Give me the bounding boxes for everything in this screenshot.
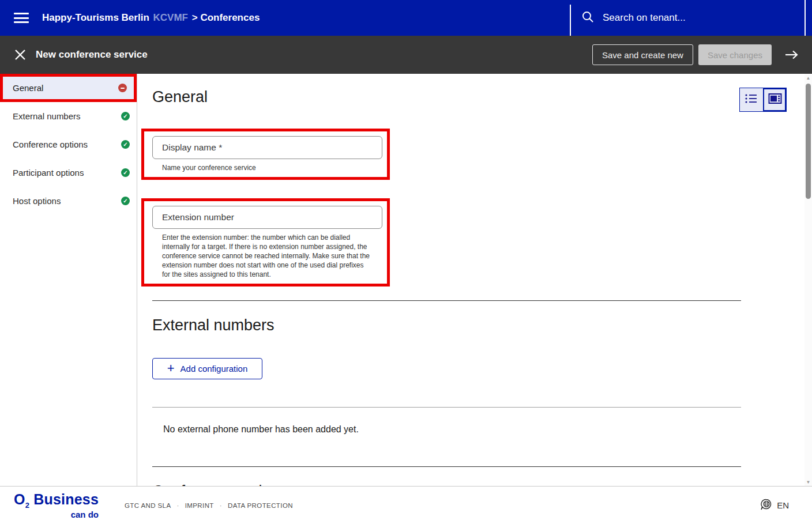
section-divider <box>152 300 741 301</box>
annotation-highlight-extension-number: Enter the extension number: the number w… <box>141 198 390 286</box>
error-status-icon <box>118 84 127 92</box>
plus-icon: + <box>167 362 175 375</box>
extension-number-helper-text: Enter the extension number: the number w… <box>162 233 371 279</box>
breadcrumb[interactable]: Happy-Tourisms Berlin KCVMF > Conference… <box>42 12 260 24</box>
footer: O2 Business can do GTC AND SLA · IMPRINT… <box>0 486 812 524</box>
o2-business-logo: O2 Business can do <box>14 492 99 519</box>
gtc-and-sla-link[interactable]: GTC AND SLA <box>125 502 171 509</box>
list-view-button[interactable] <box>740 88 763 111</box>
save-and-create-new-button[interactable]: Save and create new <box>592 44 693 65</box>
close-icon[interactable] <box>14 49 26 61</box>
view-toggle-group <box>739 88 787 112</box>
list-view-icon <box>745 93 758 107</box>
vertical-scrollbar[interactable]: ▲ ▼ <box>805 74 812 486</box>
scroll-down-arrow[interactable]: ▼ <box>805 480 812 485</box>
sidebar-item-external-numbers[interactable]: External numbers <box>0 102 137 130</box>
sidebar-item-host-options[interactable]: Host options <box>0 187 137 215</box>
sidebar-item-label: External numbers <box>13 111 81 121</box>
language-selector[interactable]: EN <box>760 499 789 512</box>
annotation-highlight-display-name: Name your conference service <box>141 129 390 180</box>
display-name-input[interactable] <box>152 136 382 159</box>
panel-view-icon <box>768 93 782 107</box>
form-content: General Name your conference service Ent… <box>138 74 805 486</box>
inner-divider <box>152 407 741 408</box>
footer-links: GTC AND SLA · IMPRINT · DATA PROTECTION <box>125 502 293 509</box>
sidebar-item-label: General <box>13 83 43 93</box>
section-nav-sidebar: General External numbers Conference opti… <box>0 74 137 486</box>
breadcrumb-tenant-code: KCVMF <box>153 12 188 23</box>
sidebar-item-general[interactable]: General <box>3 77 134 99</box>
panel-view-button[interactable] <box>763 88 786 111</box>
sidebar-item-label: Participant options <box>13 168 84 178</box>
check-status-icon <box>121 112 130 120</box>
language-globe-icon <box>760 499 772 512</box>
general-section-heading: General <box>152 88 805 106</box>
breadcrumb-separator: > <box>192 12 198 23</box>
editor-header: New conference service Save and create n… <box>0 36 812 74</box>
save-changes-button[interactable]: Save changes <box>698 44 772 65</box>
hamburger-menu-icon[interactable] <box>14 13 29 23</box>
search-icon <box>581 10 594 25</box>
display-name-helper-text: Name your conference service <box>162 163 371 172</box>
logo-tagline: can do <box>14 510 99 519</box>
breadcrumb-tenant[interactable]: Happy-Tourisms Berlin <box>42 12 149 23</box>
add-configuration-label: Add configuration <box>181 364 248 374</box>
scrollbar-thumb[interactable] <box>806 84 811 199</box>
check-status-icon <box>121 197 130 205</box>
sidebar-item-participant-options[interactable]: Participant options <box>0 159 137 187</box>
sidebar-item-conference-options[interactable]: Conference options <box>0 130 137 159</box>
data-protection-link[interactable]: DATA PROTECTION <box>228 502 293 509</box>
sidebar-item-label: Host options <box>13 196 61 206</box>
sidebar-item-label: Conference options <box>13 140 88 149</box>
empty-state-text: No external phone number has been added … <box>163 424 805 435</box>
add-configuration-button[interactable]: + Add configuration <box>152 358 262 379</box>
scroll-up-arrow[interactable]: ▲ <box>805 76 812 81</box>
check-status-icon <box>121 168 130 177</box>
check-status-icon <box>121 140 130 149</box>
breadcrumb-section[interactable]: Conferences <box>200 12 260 23</box>
extension-number-input[interactable] <box>152 206 382 229</box>
section-divider <box>152 466 741 467</box>
top-header: Happy-Tourisms Berlin KCVMF > Conference… <box>0 0 812 36</box>
annotation-highlight-general: General <box>0 74 137 102</box>
search-input[interactable]: Search on tenant... <box>603 12 686 24</box>
tenant-search[interactable]: Search on tenant... <box>570 0 806 36</box>
imprint-link[interactable]: IMPRINT <box>185 502 214 509</box>
language-code: EN <box>777 500 789 510</box>
external-numbers-heading: External numbers <box>152 316 805 334</box>
forward-arrow-icon[interactable] <box>784 50 799 60</box>
page-title: New conference service <box>36 49 148 61</box>
